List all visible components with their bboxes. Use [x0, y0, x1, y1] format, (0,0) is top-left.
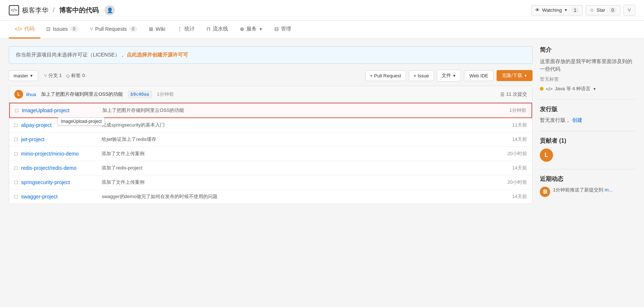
sidebar-intro-section: 简介 这里面存放的是我平时博客里面涉及到的一些代码 暂无标签 </> Java …: [540, 46, 635, 92]
release-no-text: 暂无发行版，: [540, 117, 571, 123]
file-commit-message: 加上了把图片存储到阿里云OSS的功能: [95, 107, 509, 114]
sidebar-contributors-title: 贡献者 (1): [540, 137, 635, 145]
watch-button[interactable]: 👁 Watching ▼ 1: [531, 5, 583, 15]
sidebar-intro-desc: 这里面存放的是我平时博客里面涉及到的一些代码: [540, 58, 635, 73]
branch-count-label: 分支 1: [48, 72, 62, 79]
file-time: 11天前: [512, 122, 527, 128]
license-text: 你当前开源项目尚未选择许可证（LICENSE），: [16, 52, 125, 58]
admin-icon: ⊟: [274, 26, 279, 32]
tag-count[interactable]: ◇ 标签 0: [66, 72, 85, 79]
file-name[interactable]: minio-project/minio-demo: [21, 151, 94, 157]
sidebar-release-section: 发行版 暂无发行版， 创建: [540, 106, 635, 124]
header-right: 👁 Watching ▼ 1 ☆ Star 0 ⑂: [531, 5, 635, 16]
file-tooltip: ImageUpload-project: [58, 117, 105, 125]
file-time: 14天前: [512, 136, 527, 143]
profile-icon[interactable]: 👤: [105, 5, 115, 15]
wiki-icon: ⊞: [149, 26, 153, 32]
contributor-avatar[interactable]: L: [540, 149, 553, 162]
chevron-down-icon: ▼: [259, 27, 263, 31]
file-name[interactable]: jwt-project: [21, 136, 94, 142]
folder-icon: □: [14, 136, 17, 142]
web-ide-button[interactable]: Web IDE: [464, 70, 494, 81]
sidebar-activity-section: 近期动态 极 1分钟前推送了新提交到 m...: [540, 175, 635, 197]
tab-pr-label: Pull Requests: [95, 26, 127, 32]
star-button[interactable]: ☆ Star 0: [586, 5, 621, 15]
pr-icon: ⑂: [90, 26, 93, 32]
pr-badge: 0: [129, 26, 138, 32]
file-name[interactable]: ImageUpload-project: [22, 107, 95, 113]
license-link[interactable]: 点此选择并创建开源许可可: [127, 52, 188, 58]
tab-stats-label: 统计: [184, 26, 195, 32]
tab-services-label: 服务: [246, 26, 257, 32]
file-commit-message: swagger的demo做完了如何在发布的时候不使用的问题: [94, 193, 512, 200]
issue-add-label: + Issue: [414, 73, 429, 78]
eye-icon: 👁: [535, 7, 540, 13]
language-label: </>: [546, 86, 553, 92]
star-label: Star: [596, 7, 605, 13]
table-row: □minio-project/minio-demo添加了文件上传案例20小时前: [9, 147, 532, 161]
tab-issues[interactable]: ⊡ Issues 0: [40, 21, 84, 38]
chevron-down-icon: ▼: [453, 74, 456, 78]
clone-button[interactable]: 克隆/下载 ▼: [497, 70, 533, 81]
tag-icon: ◇: [66, 73, 70, 78]
file-time: 1分钟前: [509, 107, 526, 114]
file-name[interactable]: springsecurity-project: [21, 179, 94, 185]
table-row: □jwt-project给jwt验证加上了redis缓存14天前: [9, 132, 532, 147]
repo-name[interactable]: 博客中的代码: [59, 6, 99, 15]
sidebar-release-title: 发行版: [540, 106, 635, 113]
tab-services[interactable]: ⊕ 服务 ▼: [234, 21, 268, 39]
main-content-area: 你当前开源项目尚未选择许可证（LICENSE）， 点此选择并创建开源许可可 ma…: [0, 39, 644, 212]
header: </> 极客李华 / 博客中的代码 👤 👁 Watching ▼ 1 ☆ Sta…: [0, 0, 644, 21]
language-dot: [540, 87, 544, 91]
table-row: □swagger-projectswagger的demo做完了如何在发布的时候不…: [9, 190, 532, 204]
sidebar-release-text: 暂无发行版， 创建: [540, 117, 635, 124]
star-count: 0: [609, 7, 616, 13]
file-button[interactable]: 文件 ▼: [437, 70, 461, 81]
folder-icon: □: [15, 107, 18, 113]
file-name[interactable]: swagger-project: [21, 194, 94, 200]
fork-icon: ⑂: [627, 7, 631, 13]
tab-wiki[interactable]: ⊞ Wiki: [143, 21, 171, 38]
branch-name: master: [14, 73, 28, 78]
sidebar: 简介 这里面存放的是我平时博客里面涉及到的一些代码 暂无标签 </> Java …: [540, 46, 635, 204]
sidebar-language[interactable]: </> Java 等 4 种语言 ▼: [540, 85, 635, 92]
language-text: Java 等 4 种语言: [555, 85, 591, 92]
tab-code[interactable]: </> 代码: [9, 21, 40, 39]
services-icon: ⊕: [240, 26, 244, 32]
issue-button[interactable]: + Issue: [409, 70, 434, 81]
commit-author-name[interactable]: lihua: [26, 92, 36, 97]
chevron-down-icon: ▼: [524, 74, 527, 78]
watch-label: Watching: [542, 7, 562, 13]
file-name[interactable]: redis-project/redis-demo: [21, 165, 94, 171]
repo-controls: master ▼ ⑂ 分支 1 ◇ 标签 0 + Pull Request: [9, 70, 533, 81]
file-commit-message: 添加了文件上传案例: [94, 150, 507, 157]
branch-count[interactable]: ⑂ 分支 1: [44, 72, 62, 79]
pull-request-button[interactable]: + Pull Request: [365, 70, 406, 81]
folder-icon: □: [14, 122, 17, 128]
commit-hash[interactable]: b9c40aa: [128, 91, 152, 98]
branch-selector[interactable]: master ▼: [9, 70, 38, 81]
license-banner: 你当前开源项目尚未选择许可证（LICENSE）， 点此选择并创建开源许可可: [9, 46, 533, 64]
file-commit-message: 添加了redis-project: [94, 165, 512, 171]
repo-controls-right: + Pull Request + Issue 文件 ▼ Web IDE 克隆/下…: [365, 70, 533, 81]
chevron-down-icon: ▼: [30, 74, 33, 78]
fork-button[interactable]: ⑂: [623, 5, 635, 16]
activity-text: 1分钟前推送了新提交到 m...: [553, 187, 613, 193]
table-row: □ImageUpload-project加上了把图片存储到阿里云OSS的功能1分…: [9, 103, 532, 118]
chevron-down-icon: ▼: [593, 87, 596, 91]
commits-count-label[interactable]: 11 次提交: [506, 91, 527, 98]
code-icon: </>: [15, 26, 22, 32]
file-time: 20小时前: [508, 150, 527, 157]
branch-info: ⑂ 分支 1 ◇ 标签 0: [44, 72, 85, 79]
tab-stats[interactable]: ⋮ 统计: [171, 21, 201, 39]
release-create-link[interactable]: 创建: [572, 117, 582, 123]
tab-admin[interactable]: ⊟ 管理: [268, 21, 297, 39]
folder-icon: □: [14, 194, 17, 200]
tab-pipeline[interactable]: ⊓ 流水线: [201, 21, 234, 39]
main-content: 你当前开源项目尚未选择许可证（LICENSE）， 点此选择并创建开源许可可 ma…: [9, 46, 533, 204]
file-time: 14天前: [512, 165, 527, 171]
tab-pull-requests[interactable]: ⑂ Pull Requests 0: [84, 21, 143, 38]
activity-link[interactable]: m...: [605, 187, 613, 193]
commit-author-avatar: L: [14, 90, 23, 99]
org-name[interactable]: 极客李华: [22, 6, 48, 15]
